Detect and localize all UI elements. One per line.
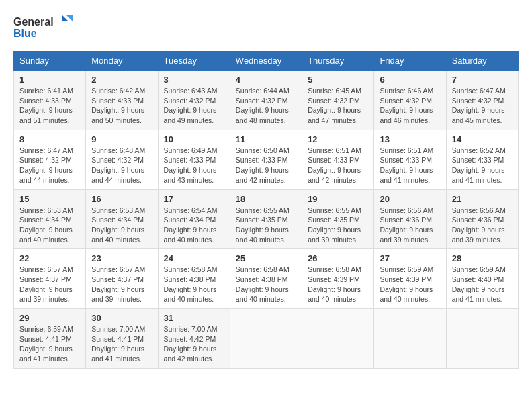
calendar-cell: 24 Sunrise: 6:58 AM Sunset: 4:38 PM Dayl… <box>158 249 230 309</box>
calendar-cell: 31 Sunrise: 7:00 AM Sunset: 4:42 PM Dayl… <box>158 309 230 369</box>
day-number: 6 <box>380 75 440 85</box>
calendar-cell: 27 Sunrise: 6:59 AM Sunset: 4:39 PM Dayl… <box>374 249 446 309</box>
day-info: Sunrise: 6:44 AM Sunset: 4:32 PM Dayligh… <box>236 87 290 124</box>
day-info: Sunrise: 6:52 AM Sunset: 4:33 PM Dayligh… <box>452 146 506 184</box>
calendar-cell: 19 Sunrise: 6:55 AM Sunset: 4:35 PM Dayl… <box>302 189 374 249</box>
day-number: 8 <box>19 134 80 144</box>
calendar-cell: 16 Sunrise: 6:53 AM Sunset: 4:34 PM Dayl… <box>86 189 158 249</box>
day-info: Sunrise: 6:58 AM Sunset: 4:38 PM Dayligh… <box>164 265 218 303</box>
calendar-cell: 1 Sunrise: 6:41 AM Sunset: 4:33 PM Dayli… <box>14 71 86 130</box>
day-number: 27 <box>380 253 440 263</box>
calendar-cell: 5 Sunrise: 6:45 AM Sunset: 4:32 PM Dayli… <box>302 71 374 130</box>
calendar-table: SundayMondayTuesdayWednesdayThursdayFrid… <box>13 51 519 369</box>
day-number: 1 <box>19 75 80 85</box>
day-number: 15 <box>19 194 80 204</box>
day-number: 3 <box>164 75 224 85</box>
calendar-cell: 18 Sunrise: 6:55 AM Sunset: 4:35 PM Dayl… <box>230 189 302 249</box>
day-number: 30 <box>91 313 152 323</box>
day-info: Sunrise: 6:59 AM Sunset: 4:41 PM Dayligh… <box>19 325 73 363</box>
calendar-cell: 29 Sunrise: 6:59 AM Sunset: 4:41 PM Dayl… <box>14 309 86 369</box>
day-info: Sunrise: 6:57 AM Sunset: 4:37 PM Dayligh… <box>91 265 145 303</box>
day-number: 29 <box>19 313 80 323</box>
calendar-cell: 13 Sunrise: 6:51 AM Sunset: 4:33 PM Dayl… <box>374 130 446 189</box>
calendar-cell: 15 Sunrise: 6:53 AM Sunset: 4:34 PM Dayl… <box>14 189 86 249</box>
day-number: 12 <box>308 134 368 144</box>
day-number: 18 <box>236 194 296 204</box>
day-number: 21 <box>452 194 513 204</box>
day-info: Sunrise: 6:49 AM Sunset: 4:33 PM Dayligh… <box>164 146 218 184</box>
day-number: 28 <box>452 253 513 263</box>
calendar-cell: 12 Sunrise: 6:51 AM Sunset: 4:33 PM Dayl… <box>302 130 374 189</box>
page-header: General Blue <box>13 13 519 40</box>
svg-text:General: General <box>13 16 54 28</box>
day-number: 20 <box>380 194 440 204</box>
day-number: 16 <box>91 194 152 204</box>
calendar-cell: 4 Sunrise: 6:44 AM Sunset: 4:32 PM Dayli… <box>230 71 302 130</box>
calendar-week-row: 29 Sunrise: 6:59 AM Sunset: 4:41 PM Dayl… <box>14 309 519 369</box>
day-info: Sunrise: 6:56 AM Sunset: 4:36 PM Dayligh… <box>452 206 506 244</box>
day-number: 24 <box>164 253 224 263</box>
day-number: 13 <box>380 134 440 144</box>
day-info: Sunrise: 7:00 AM Sunset: 4:41 PM Dayligh… <box>91 325 145 363</box>
calendar-cell: 28 Sunrise: 6:59 AM Sunset: 4:40 PM Dayl… <box>446 249 518 309</box>
calendar-cell: 17 Sunrise: 6:54 AM Sunset: 4:34 PM Dayl… <box>158 189 230 249</box>
day-number: 22 <box>19 253 80 263</box>
day-number: 17 <box>164 194 224 204</box>
calendar-cell: 8 Sunrise: 6:47 AM Sunset: 4:32 PM Dayli… <box>14 130 86 189</box>
day-number: 23 <box>91 253 152 263</box>
calendar-cell: 23 Sunrise: 6:57 AM Sunset: 4:37 PM Dayl… <box>86 249 158 309</box>
day-info: Sunrise: 6:43 AM Sunset: 4:32 PM Dayligh… <box>164 87 218 124</box>
day-info: Sunrise: 6:54 AM Sunset: 4:34 PM Dayligh… <box>164 206 218 244</box>
weekday-header: Monday <box>86 52 158 71</box>
calendar-cell: 11 Sunrise: 6:50 AM Sunset: 4:33 PM Dayl… <box>230 130 302 189</box>
day-info: Sunrise: 6:55 AM Sunset: 4:35 PM Dayligh… <box>236 206 290 244</box>
day-number: 5 <box>308 75 368 85</box>
weekday-header: Thursday <box>302 52 374 71</box>
day-number: 26 <box>308 253 368 263</box>
day-number: 10 <box>164 134 224 144</box>
day-number: 11 <box>236 134 296 144</box>
day-number: 31 <box>164 313 224 323</box>
day-info: Sunrise: 6:48 AM Sunset: 4:32 PM Dayligh… <box>91 146 145 184</box>
calendar-week-row: 22 Sunrise: 6:57 AM Sunset: 4:37 PM Dayl… <box>14 249 519 309</box>
day-info: Sunrise: 7:00 AM Sunset: 4:42 PM Dayligh… <box>164 325 218 363</box>
weekday-header: Tuesday <box>158 52 230 71</box>
calendar-cell <box>446 309 518 369</box>
calendar-cell: 26 Sunrise: 6:58 AM Sunset: 4:39 PM Dayl… <box>302 249 374 309</box>
day-info: Sunrise: 6:41 AM Sunset: 4:33 PM Dayligh… <box>19 87 73 124</box>
logo: General Blue <box>13 13 74 40</box>
calendar-cell: 3 Sunrise: 6:43 AM Sunset: 4:32 PM Dayli… <box>158 71 230 130</box>
calendar-header-row: SundayMondayTuesdayWednesdayThursdayFrid… <box>14 52 519 71</box>
weekday-header: Sunday <box>14 52 86 71</box>
calendar-cell: 21 Sunrise: 6:56 AM Sunset: 4:36 PM Dayl… <box>446 189 518 249</box>
calendar-cell: 30 Sunrise: 7:00 AM Sunset: 4:41 PM Dayl… <box>86 309 158 369</box>
calendar-cell: 7 Sunrise: 6:47 AM Sunset: 4:32 PM Dayli… <box>446 71 518 130</box>
day-info: Sunrise: 6:59 AM Sunset: 4:39 PM Dayligh… <box>380 265 433 303</box>
day-info: Sunrise: 6:58 AM Sunset: 4:39 PM Dayligh… <box>308 265 361 303</box>
calendar-week-row: 1 Sunrise: 6:41 AM Sunset: 4:33 PM Dayli… <box>14 71 519 130</box>
weekday-header: Saturday <box>446 52 518 71</box>
day-info: Sunrise: 6:51 AM Sunset: 4:33 PM Dayligh… <box>308 146 361 184</box>
day-info: Sunrise: 6:50 AM Sunset: 4:33 PM Dayligh… <box>236 146 290 184</box>
calendar-week-row: 15 Sunrise: 6:53 AM Sunset: 4:34 PM Dayl… <box>14 189 519 249</box>
day-info: Sunrise: 6:51 AM Sunset: 4:33 PM Dayligh… <box>380 146 433 184</box>
calendar-cell: 25 Sunrise: 6:58 AM Sunset: 4:38 PM Dayl… <box>230 249 302 309</box>
day-info: Sunrise: 6:53 AM Sunset: 4:34 PM Dayligh… <box>19 206 73 244</box>
day-info: Sunrise: 6:45 AM Sunset: 4:32 PM Dayligh… <box>308 87 361 124</box>
day-info: Sunrise: 6:46 AM Sunset: 4:32 PM Dayligh… <box>380 87 433 124</box>
day-info: Sunrise: 6:59 AM Sunset: 4:40 PM Dayligh… <box>452 265 506 303</box>
day-number: 14 <box>452 134 513 144</box>
day-number: 19 <box>308 194 368 204</box>
day-info: Sunrise: 6:58 AM Sunset: 4:38 PM Dayligh… <box>236 265 290 303</box>
calendar-cell: 20 Sunrise: 6:56 AM Sunset: 4:36 PM Dayl… <box>374 189 446 249</box>
day-info: Sunrise: 6:47 AM Sunset: 4:32 PM Dayligh… <box>452 87 506 124</box>
calendar-cell: 6 Sunrise: 6:46 AM Sunset: 4:32 PM Dayli… <box>374 71 446 130</box>
calendar-cell: 10 Sunrise: 6:49 AM Sunset: 4:33 PM Dayl… <box>158 130 230 189</box>
day-number: 4 <box>236 75 296 85</box>
day-number: 9 <box>91 134 152 144</box>
day-number: 2 <box>91 75 152 85</box>
calendar-cell <box>302 309 374 369</box>
calendar-cell: 9 Sunrise: 6:48 AM Sunset: 4:32 PM Dayli… <box>86 130 158 189</box>
calendar-body: 1 Sunrise: 6:41 AM Sunset: 4:33 PM Dayli… <box>14 71 519 369</box>
day-info: Sunrise: 6:53 AM Sunset: 4:34 PM Dayligh… <box>91 206 145 244</box>
